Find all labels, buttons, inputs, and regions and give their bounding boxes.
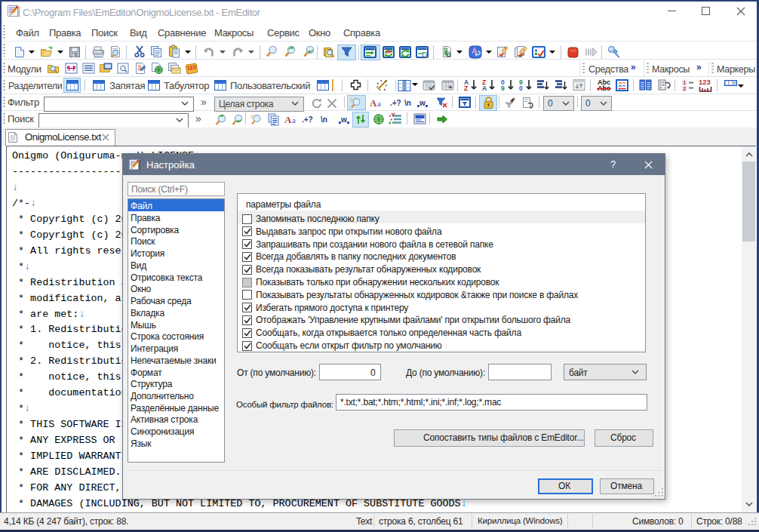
svg-text:9: 9 [501,85,505,92]
svg-text:\n: \n [404,99,411,107]
svg-text:A: A [370,97,377,109]
svg-text:123: 123 [699,78,711,86]
svg-text:w: w [419,99,426,107]
svg-text:2: 2 [683,85,687,92]
svg-text:a: a [377,99,381,108]
svg-text:0: 0 [519,85,523,92]
svg-text:A: A [284,114,292,125]
svg-text:.+?: .+? [390,99,401,107]
svg-text:a: a [292,115,296,125]
svg-text:Z: Z [464,85,468,92]
svg-text:w: w [340,115,347,124]
svg-text:A: A [482,85,487,92]
svg-text:.+?: .+? [302,115,313,124]
svg-text:\n: \n [321,115,327,124]
